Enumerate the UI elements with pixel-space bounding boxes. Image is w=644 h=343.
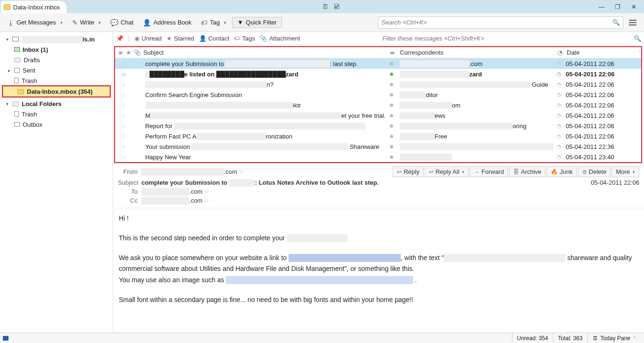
chat-button[interactable]: 💬Chat	[107, 17, 137, 28]
tasks-icon[interactable]: 🗹	[332, 2, 341, 11]
read-status[interactable]	[386, 155, 397, 159]
close-button[interactable]: ✕	[627, 1, 640, 12]
thread-column[interactable]: ᚑ	[115, 47, 124, 58]
main-toolbar: ⭳Get Messages ✎Write 💬Chat 👤Address Book…	[0, 13, 644, 32]
chevron-down-icon[interactable]: ▾	[5, 37, 9, 42]
sort-indicator[interactable]: ˇ	[635, 47, 641, 58]
star-icon[interactable]: ☆	[115, 71, 134, 78]
star-icon[interactable]: ☆	[115, 91, 134, 98]
read-status[interactable]	[386, 104, 397, 107]
data-inbox-node[interactable]: Data-Inbox.mbox (354)	[3, 86, 110, 97]
read-status[interactable]	[386, 73, 397, 76]
star-icon[interactable]: ☆	[115, 133, 134, 140]
message-row[interactable]: ☆Your submission ███████████████████████…	[115, 141, 641, 152]
search-icon[interactable]: 🔍	[634, 35, 641, 42]
get-messages-button[interactable]: ⭳Get Messages	[4, 17, 66, 28]
message-row[interactable]: ☆Happy New Year████████████◔05-04-2011 2…	[115, 152, 641, 162]
tag-button[interactable]: 🏷Tag	[197, 17, 230, 28]
body-line: Hi !	[119, 213, 638, 224]
row-subject: ██████████████████████████████████iktr	[142, 102, 386, 109]
message-row[interactable]: ☆complete your Submission to ███████████…	[115, 58, 641, 69]
minimize-button[interactable]: ―	[595, 1, 608, 12]
date-column[interactable]: Date	[564, 47, 635, 58]
local-folders-node[interactable]: ▾ Local Folders	[0, 98, 113, 109]
outbox-node[interactable]: Outbox	[0, 119, 113, 130]
filter-tags[interactable]: 🏷Tags	[234, 35, 255, 42]
search-icon[interactable]: 🔍	[612, 19, 620, 26]
maximize-button[interactable]: ❐	[611, 1, 624, 12]
filter-attachment[interactable]: 📎Attachment	[260, 35, 300, 42]
more-button[interactable]: More	[611, 166, 639, 177]
message-row[interactable]: ☆████████████████████████████n?█████████…	[115, 79, 641, 90]
menu-button[interactable]	[629, 17, 640, 28]
clock-icon: ◔	[553, 122, 564, 129]
star-column[interactable]: ★	[124, 47, 132, 58]
message-row[interactable]: ☆Confirm Search Engine Submission██████d…	[115, 90, 641, 100]
window-tab[interactable]: Data-Inbox.mbox	[1, 1, 66, 13]
forward-button[interactable]: →Forward	[470, 166, 508, 177]
star-icon[interactable]: ☆	[115, 102, 134, 109]
star-icon[interactable]: ☆	[115, 81, 134, 88]
account-node[interactable]: ▾ ██████████████ls.in	[0, 34, 113, 44]
message-row[interactable]: ☆█████████e listed on ████████████████za…	[115, 69, 641, 79]
attachment-column[interactable]: 📎	[132, 47, 140, 58]
chevron-right-icon[interactable]: ▸	[7, 68, 11, 73]
message-row[interactable]: ☆Report for ████████████████████████████…	[115, 121, 641, 131]
folder-icon	[17, 89, 24, 94]
quick-filter-button[interactable]: ▼Quick Filter	[232, 17, 282, 28]
search-input[interactable]	[381, 19, 612, 26]
message-row[interactable]: ☆M██████████████████████████████████████…	[115, 110, 641, 121]
reply-button[interactable]: ↩Reply	[393, 166, 423, 177]
reply-all-button[interactable]: ↩Reply All	[425, 166, 469, 177]
archive-button[interactable]: 🗄Archive	[509, 166, 545, 177]
filter-starred[interactable]: ★Starred	[166, 35, 194, 42]
folder-icon	[4, 4, 10, 10]
drafts-node[interactable]: Drafts	[0, 55, 113, 65]
star-icon[interactable]: ☆	[239, 168, 244, 175]
junk-button[interactable]: 🔥Junk	[546, 166, 577, 177]
download-icon: ⭳	[8, 19, 14, 26]
row-date: 05-04-2011 23:40	[564, 154, 641, 161]
trash-node[interactable]: Trash	[0, 75, 113, 86]
address-book-button[interactable]: 👤Address Book	[139, 17, 195, 28]
inbox-node[interactable]: Inbox (1)	[0, 44, 113, 55]
star-icon[interactable]: ☆	[204, 188, 209, 195]
row-date: 05-04-2011 22:06	[564, 81, 641, 88]
star-icon[interactable]: ☆	[115, 154, 134, 161]
row-subject: Report for █████████████████████████████…	[142, 122, 386, 130]
row-correspondent: ██████████████████████████oring	[397, 122, 553, 130]
filter-contact[interactable]: 👤Contact	[199, 35, 230, 42]
correspondents-column[interactable]: Correspondents	[397, 47, 553, 58]
message-row[interactable]: ☆██████████████████████████████████iktr█…	[115, 100, 641, 110]
sent-node[interactable]: ▸Sent	[0, 65, 113, 75]
read-status[interactable]	[386, 114, 397, 117]
filter-input[interactable]	[382, 35, 627, 42]
filter-unread[interactable]: ◉Unread	[134, 35, 162, 42]
read-status[interactable]	[386, 83, 397, 86]
star-icon[interactable]: ☆	[115, 60, 134, 67]
read-status[interactable]	[386, 135, 397, 138]
global-search[interactable]: 🔍	[378, 16, 623, 29]
read-status[interactable]	[386, 93, 397, 97]
message-row[interactable]: ☆Perform Fast PC A████████████████roniza…	[115, 131, 641, 141]
star-icon[interactable]: ☆	[115, 122, 134, 130]
connection-status[interactable]	[3, 336, 8, 341]
read-status[interactable]	[386, 145, 397, 148]
write-button[interactable]: ✎Write	[68, 17, 105, 28]
today-pane-toggle[interactable]: 🗓︎Today Pane⌃	[587, 333, 641, 343]
star-icon[interactable]: ☆	[204, 197, 209, 204]
local-trash-node[interactable]: Trash	[0, 109, 113, 119]
read-status[interactable]	[386, 62, 397, 65]
calendar-icon[interactable]: 🗓︎	[321, 2, 330, 11]
star-icon[interactable]: ☆	[115, 112, 134, 119]
write-label: Write	[80, 19, 94, 26]
pin-icon[interactable]: 📌	[116, 35, 124, 42]
subject-column[interactable]: Subject	[140, 47, 386, 58]
delete-button[interactable]: ⊘Delete	[578, 166, 611, 177]
read-column[interactable]: ∞	[386, 47, 397, 58]
read-status[interactable]	[386, 124, 397, 128]
star-icon[interactable]: ☆	[115, 143, 134, 150]
message-filter-search[interactable]	[382, 33, 627, 44]
date-icon-column[interactable]: ◔	[553, 47, 564, 58]
chevron-down-icon[interactable]: ▾	[5, 101, 9, 106]
